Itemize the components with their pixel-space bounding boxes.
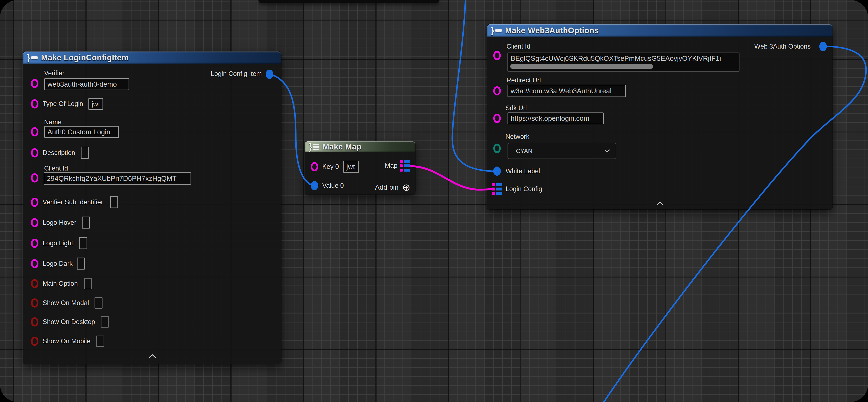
input-pin-main-option[interactable]	[31, 279, 38, 288]
logo-light-input[interactable]	[79, 237, 87, 249]
pin-label-map-output: Map	[385, 162, 398, 170]
pin-label-value-0: Value 0	[322, 182, 344, 190]
output-pin-label: Web 3Auth Options	[754, 42, 811, 51]
pin-label-type-of-login: Type Of Login	[43, 100, 83, 108]
input-pin-show-on-mobile[interactable]	[31, 337, 38, 346]
make-map-icon: }	[309, 142, 319, 151]
pin-label-verifier-sub-identifier: Verifier Sub Identifier	[43, 198, 103, 206]
logo-dark-input[interactable]	[77, 258, 85, 269]
node-header-make-loginconfigitem[interactable]: } Make LoginConfigItem	[23, 52, 281, 64]
node-make-web3authoptions[interactable]: } Make Web3AuthOptions Web 3Auth Options…	[487, 24, 833, 209]
input-pin-client-id[interactable]	[493, 51, 501, 60]
pin-label-main-option: Main Option	[43, 280, 78, 288]
pin-label-show-on-mobile: Show On Mobile	[43, 337, 90, 345]
node-title: Make Web3AuthOptions	[505, 26, 599, 35]
input-pin-name[interactable]	[31, 127, 38, 137]
main-option-checkbox[interactable]	[84, 278, 92, 289]
wire-map-to-login-config[interactable]	[411, 166, 493, 190]
verifier-sub-identifier-input[interactable]	[110, 196, 118, 208]
pin-label-network: Network	[505, 133, 529, 141]
node-header-make-web3authoptions[interactable]: } Make Web3AuthOptions	[487, 24, 833, 36]
pin-label-sdk-url: Sdk Url	[505, 104, 527, 112]
input-pin-sdk-url[interactable]	[493, 114, 501, 123]
blueprint-graph-canvas[interactable]: } Make LoginConfigItem Login Config Item…	[0, 0, 868, 402]
pin-label-login-config: Login Config	[506, 185, 542, 193]
input-pin-client-id[interactable]	[31, 173, 38, 182]
add-pin-button[interactable]: Add pin	[375, 182, 399, 192]
input-pin-verifier[interactable]	[31, 79, 38, 88]
input-pin-login-config[interactable]	[492, 183, 502, 195]
pin-label-show-on-modal: Show On Modal	[43, 299, 89, 307]
collapse-node-chevron-icon[interactable]	[656, 201, 664, 206]
network-selected-value: CYAN	[516, 148, 532, 154]
output-pin-login-config-item[interactable]	[266, 69, 273, 79]
output-pin-web3auth-options[interactable]	[819, 42, 827, 51]
output-pin-label: Login Config Item	[211, 70, 262, 78]
input-pin-logo-dark[interactable]	[31, 259, 38, 268]
sdk-url-input[interactable]	[507, 113, 604, 124]
name-input[interactable]	[44, 126, 119, 138]
make-struct-icon: }	[491, 26, 502, 35]
pin-label-logo-hover: Logo Hover	[43, 219, 76, 227]
input-pin-description[interactable]	[31, 148, 38, 157]
input-pin-network[interactable]	[493, 144, 501, 153]
input-pin-white-label[interactable]	[493, 167, 501, 176]
redirect-url-input[interactable]	[507, 85, 626, 97]
input-pin-key-0[interactable]	[311, 162, 318, 171]
input-pin-logo-light[interactable]	[31, 239, 38, 248]
key-0-input[interactable]	[343, 161, 359, 173]
output-pin-map[interactable]	[400, 160, 410, 172]
make-struct-icon: }	[27, 53, 38, 62]
show-on-desktop-checkbox[interactable]	[101, 316, 109, 327]
collapse-node-chevron-icon[interactable]	[148, 354, 156, 358]
show-on-modal-checkbox[interactable]	[95, 297, 102, 309]
input-pin-show-on-desktop[interactable]	[31, 317, 38, 326]
pin-label-verifier: Verifier	[44, 69, 64, 77]
pin-label-redirect-url: Redirect Url	[506, 76, 541, 84]
node-header-make-map[interactable]: } Make Map	[305, 141, 415, 152]
text-scrollbar[interactable]	[510, 64, 653, 69]
description-input[interactable]	[81, 147, 89, 159]
input-pin-verifier-sub-identifier[interactable]	[31, 198, 38, 207]
pin-label-logo-dark: Logo Dark	[43, 260, 73, 268]
pin-label-description: Description	[43, 149, 75, 157]
node-make-map[interactable]: } Make Map Key 0 Map Value 0 Add pin ⊕	[305, 141, 415, 195]
verifier-input[interactable]	[44, 78, 129, 90]
type-of-login-input[interactable]	[88, 98, 103, 110]
node-make-loginconfigitem[interactable]: } Make LoginConfigItem Login Config Item…	[23, 52, 281, 364]
logo-hover-input[interactable]	[82, 217, 90, 229]
pin-label-key-0: Key 0	[322, 163, 339, 171]
input-pin-value-0[interactable]	[311, 181, 318, 190]
add-pin-plus-icon[interactable]: ⊕	[401, 182, 411, 192]
node-title: Make LoginConfigItem	[41, 53, 129, 62]
network-select[interactable]: CYAN	[507, 143, 616, 159]
show-on-mobile-checkbox[interactable]	[96, 336, 104, 347]
input-pin-redirect-url[interactable]	[493, 86, 501, 95]
pin-label-client-id: Client Id	[506, 42, 530, 51]
node-title: Make Map	[322, 142, 362, 151]
pin-label-name: Name	[44, 118, 62, 126]
offscreen-node-bottom-edge[interactable]	[258, 0, 439, 3]
pin-label-white-label: White Label	[506, 167, 540, 175]
pin-label-show-on-desktop: Show On Desktop	[43, 318, 95, 326]
input-pin-show-on-modal[interactable]	[31, 298, 38, 308]
pin-label-logo-light: Logo Light	[43, 239, 73, 247]
client-id-input[interactable]	[44, 172, 191, 184]
chevron-down-icon	[604, 149, 610, 153]
input-pin-type-of-login[interactable]	[31, 99, 38, 109]
client-id-input[interactable]: BEglQSgt4cUWcj6SKRdu5QkOXTsePmMcusG5EAoy…	[507, 53, 739, 71]
pin-label-client-id: Client Id	[44, 165, 68, 172]
input-pin-logo-hover[interactable]	[31, 218, 38, 227]
